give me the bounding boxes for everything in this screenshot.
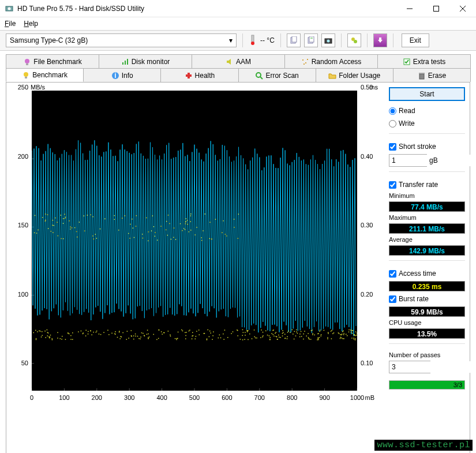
svg-rect-386	[170, 336, 171, 337]
tab-disk-monitor[interactable]: Disk monitor	[99, 54, 192, 68]
menu-help[interactable]: Help	[24, 20, 38, 28]
svg-rect-189	[128, 233, 129, 234]
svg-rect-430	[175, 338, 176, 339]
start-button[interactable]: Start	[389, 87, 465, 101]
svg-rect-121	[35, 330, 36, 331]
tab-file-benchmark[interactable]: File Benchmark	[6, 54, 99, 68]
svg-rect-269	[310, 339, 312, 340]
svg-rect-364	[138, 338, 140, 339]
save-button[interactable]	[373, 33, 387, 47]
tab-info[interactable]: iInfo	[83, 68, 161, 82]
svg-rect-69	[212, 339, 213, 340]
short-stroke-checkbox[interactable]	[389, 143, 396, 151]
svg-rect-409	[70, 229, 71, 230]
svg-rect-142	[100, 334, 102, 335]
transfer-rate-label: Transfer rate	[399, 181, 438, 189]
svg-rect-379	[185, 335, 186, 336]
svg-rect-442	[352, 333, 353, 334]
svg-rect-324	[244, 339, 245, 340]
svg-rect-249	[227, 337, 228, 338]
svg-rect-114	[161, 226, 162, 227]
close-button[interactable]	[449, 0, 476, 17]
tab-folder-usage[interactable]: Folder Usage	[316, 68, 393, 82]
svg-rect-418	[357, 333, 357, 334]
svg-rect-127	[190, 221, 191, 222]
svg-rect-89	[284, 334, 286, 335]
svg-rect-125	[282, 335, 283, 336]
svg-rect-356	[68, 332, 69, 334]
tab-erase[interactable]: Erase	[393, 68, 471, 82]
svg-rect-349	[195, 234, 196, 235]
svg-point-14	[327, 40, 329, 43]
burst-rate-checkbox[interactable]	[389, 295, 396, 303]
svg-rect-338	[351, 332, 352, 333]
svg-rect-282	[70, 227, 71, 228]
copy-text-button[interactable]	[304, 33, 318, 47]
svg-rect-177	[42, 217, 43, 218]
toolbar: Samsung Type-C (32 gB) ▾ -- °C Exit	[0, 30, 476, 51]
svg-rect-107	[70, 339, 72, 340]
svg-rect-316	[53, 220, 54, 221]
svg-rect-307	[348, 332, 350, 333]
svg-rect-422	[52, 225, 53, 226]
svg-rect-77	[207, 339, 208, 340]
tab-benchmark[interactable]: Benchmark	[6, 68, 84, 82]
minimize-button[interactable]	[396, 0, 423, 17]
svg-rect-104	[48, 228, 49, 229]
svg-rect-299	[190, 230, 192, 231]
svg-rect-413	[317, 339, 318, 340]
svg-rect-420	[245, 335, 246, 336]
transfer-rate-checkbox[interactable]	[389, 181, 396, 189]
passes-input[interactable]	[389, 361, 476, 373]
trash-icon	[418, 72, 426, 80]
exit-button[interactable]: Exit	[402, 33, 429, 47]
svg-rect-337	[119, 332, 120, 333]
short-stroke-spinner[interactable]: ▲▼	[389, 154, 427, 167]
svg-rect-96	[314, 335, 315, 336]
svg-rect-375	[351, 330, 352, 331]
svg-rect-310	[111, 333, 113, 334]
svg-rect-164	[355, 338, 356, 339]
svg-rect-367	[355, 331, 357, 332]
screenshot-button[interactable]	[321, 33, 335, 47]
svg-rect-319	[260, 337, 261, 338]
svg-rect-255	[76, 231, 77, 233]
speaker-icon	[226, 58, 234, 66]
menu-file[interactable]: File	[5, 20, 16, 28]
tab-extra-tests[interactable]: Extra tests	[377, 54, 471, 68]
options-button[interactable]	[347, 33, 361, 47]
access-time-checkbox[interactable]	[389, 270, 396, 278]
access-time-label: Access time	[399, 269, 436, 278]
svg-rect-417	[140, 339, 141, 340]
svg-rect-323	[273, 336, 275, 337]
svg-rect-141	[148, 338, 149, 339]
svg-rect-35	[419, 74, 424, 79]
svg-rect-329	[166, 230, 167, 231]
svg-rect-429	[186, 218, 187, 219]
svg-rect-93	[170, 335, 171, 336]
svg-rect-83	[173, 237, 174, 238]
svg-rect-236	[55, 218, 56, 219]
tab-aam[interactable]: AAM	[192, 54, 285, 68]
svg-rect-94	[131, 330, 132, 331]
svg-rect-134	[52, 338, 53, 339]
copy-info-button[interactable]	[287, 33, 301, 47]
folder-icon	[328, 72, 336, 80]
maximize-button[interactable]	[423, 0, 449, 17]
drive-select[interactable]: Samsung Type-C (32 gB) ▾	[6, 33, 237, 47]
svg-rect-358	[93, 332, 94, 333]
read-radio[interactable]	[389, 107, 396, 115]
svg-rect-378	[220, 338, 222, 339]
svg-rect-213	[153, 334, 154, 335]
tab-health[interactable]: Health	[160, 68, 238, 82]
thermometer-icon	[249, 34, 257, 47]
tab-error-scan[interactable]: Error Scan	[238, 68, 316, 82]
svg-rect-59	[52, 339, 53, 340]
write-radio[interactable]	[389, 120, 396, 128]
svg-rect-103	[238, 214, 239, 215]
tab-random-access[interactable]: Random Access	[284, 54, 378, 68]
svg-rect-312	[215, 219, 216, 220]
passes-spinner[interactable]: ▲▼	[389, 361, 430, 373]
svg-rect-196	[65, 217, 66, 218]
svg-rect-182	[196, 331, 197, 332]
